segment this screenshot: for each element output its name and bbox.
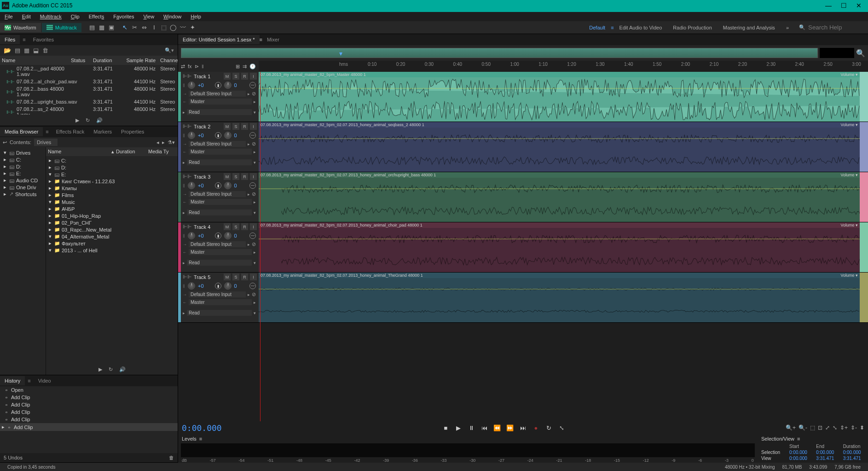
new-multitrack-icon[interactable]: ▦	[24, 47, 29, 54]
tree-node[interactable]: ▸📁Films	[48, 192, 176, 198]
pan-knob[interactable]	[224, 282, 231, 290]
pan-knob[interactable]	[224, 232, 231, 239]
track-i-button[interactable]: I	[250, 223, 257, 230]
tl-snap-icon[interactable]: ⊞	[236, 64, 240, 70]
track-waveform-icon[interactable]: ⊩⊩	[183, 274, 192, 280]
track-r-button[interactable]: R	[241, 223, 248, 230]
chevron-right-icon[interactable]: ▸	[254, 300, 256, 305]
menu-multitrack[interactable]: Multitrack	[35, 12, 66, 21]
view-dur[interactable]: 3:31.471	[843, 456, 864, 461]
monitor-input-icon[interactable]: 〰	[249, 182, 256, 189]
chevron-down-icon[interactable]: ▾	[254, 110, 256, 115]
clip-volume-label[interactable]: Volume ▾	[840, 173, 858, 177]
tree-node[interactable]: ▾📁04_Alternative_Metal	[48, 233, 176, 240]
monitor-input-icon[interactable]: 〰	[249, 132, 256, 139]
automation-expand-icon[interactable]: ▸	[183, 261, 185, 265]
tab-media-browser[interactable]: Media Browser	[0, 127, 43, 136]
col-name[interactable]: Name	[2, 58, 71, 63]
shortcuts-item[interactable]: Shortcuts	[15, 192, 36, 197]
pan-value[interactable]: 0	[234, 183, 237, 188]
track-s-button[interactable]: S	[232, 273, 239, 280]
maximize-button[interactable]: ☐	[841, 2, 847, 9]
mb-nav-right-icon[interactable]: ▸	[162, 140, 165, 145]
history-item[interactable]: ▸▫Add Clip	[0, 423, 178, 431]
minimize-button[interactable]: —	[825, 2, 832, 9]
loop-button[interactable]: ↻	[544, 424, 553, 431]
mixer-tab[interactable]: Mixer	[262, 35, 284, 44]
input-select[interactable]: Default Stereo Input	[189, 141, 246, 147]
track-r-button[interactable]: R	[241, 173, 248, 180]
menu-window[interactable]: Window	[159, 12, 186, 21]
tab-effects-rack[interactable]: Effects Rack	[52, 127, 89, 136]
playhead[interactable]	[260, 72, 260, 421]
history-trash-icon[interactable]: 🗑	[169, 455, 174, 460]
col-rate[interactable]: Sample Rate	[121, 58, 160, 63]
track-name[interactable]: Track 3	[194, 174, 222, 180]
files-loop-icon[interactable]: ↻	[86, 117, 90, 123]
zoom-full-icon[interactable]: ⬚	[810, 424, 815, 431]
expand-icon[interactable]: ▸	[48, 178, 52, 184]
track-s-button[interactable]: S	[232, 73, 239, 80]
tree-node[interactable]: ▸📁Кинг Стивен - 11.22.63	[48, 178, 176, 185]
chevron-down-icon[interactable]: ▾	[254, 261, 256, 265]
history-item[interactable]: ▫Add Clip	[0, 401, 178, 408]
volume-knob[interactable]	[188, 81, 195, 89]
menu-help[interactable]: Help	[186, 12, 206, 21]
chevron-right-icon[interactable]: ▸	[254, 250, 256, 255]
track-waveform-icon[interactable]: ⊩⊩	[183, 224, 192, 230]
chevron-right-icon[interactable]: ▸	[254, 99, 256, 104]
rewind-button[interactable]: ⏪	[493, 424, 501, 431]
play-button[interactable]: ▶	[454, 424, 463, 431]
drive-item[interactable]: ▸🖴D:	[3, 163, 43, 170]
monitor-input-icon[interactable]: 〰	[249, 283, 256, 289]
tab-video[interactable]: Video	[34, 376, 56, 385]
stop-button[interactable]: ■	[441, 424, 450, 431]
tree-node[interactable]: ▸📁Клипы	[48, 185, 176, 192]
selview-menu-icon[interactable]: ≡	[797, 436, 800, 442]
volume-value[interactable]: +0	[198, 283, 204, 289]
mb-contents-dropdown[interactable]: Drives	[34, 139, 58, 146]
track-name[interactable]: Track 4	[194, 224, 222, 230]
overview-zoom-icon[interactable]: 🔍	[856, 49, 865, 58]
workspace-mastering[interactable]: Mastering and Analysis	[718, 23, 781, 32]
pause-button[interactable]: ⏸	[467, 424, 475, 431]
close-button[interactable]: ✕	[856, 2, 862, 9]
track-r-button[interactable]: R	[241, 73, 248, 80]
track-waveform-icon[interactable]: ⊩⊩	[183, 73, 192, 79]
tab-files[interactable]: Files	[0, 35, 20, 44]
tl-send-icon[interactable]: ⊳	[195, 64, 199, 70]
chevron-right-icon[interactable]: ▸	[248, 92, 250, 96]
tree-node[interactable]: ▸🖴C:	[48, 157, 176, 164]
tab-markers[interactable]: Markers	[89, 127, 116, 136]
zoom-v-in-icon[interactable]: ⇕+	[840, 424, 848, 431]
file-row[interactable]: ⊩⊩07.08.2...al_choir_pad.wav3:31.4714410…	[0, 78, 178, 85]
tool-hud-icon[interactable]: ▣	[107, 23, 116, 32]
chevron-down-icon[interactable]: ▾	[254, 311, 256, 315]
tree-node[interactable]: ▸🖴D:	[48, 164, 176, 171]
expand-icon[interactable]: ▸	[48, 185, 52, 191]
tree-node[interactable]: ▾📁2013 - ... of Hell	[48, 247, 176, 254]
menu-clip[interactable]: Clip	[66, 12, 84, 21]
file-row[interactable]: ⊩⊩07.08.2..._pad 48000 1.wav3:31.4714800…	[0, 65, 178, 78]
history-item[interactable]: ▫Add Clip	[0, 416, 178, 423]
drive-item[interactable]: ▸🖴C:	[3, 156, 43, 163]
tree-node[interactable]: ▸📁АЧБР	[48, 205, 176, 212]
trash-icon[interactable]: 🗑	[42, 47, 48, 54]
expand-icon[interactable]: ▸	[48, 192, 52, 198]
track-s-button[interactable]: S	[232, 123, 239, 130]
razor-tool-icon[interactable]: ✂	[131, 23, 139, 32]
track-m-button[interactable]: M	[224, 223, 231, 230]
tool-pitch-icon[interactable]: ▦	[98, 23, 106, 32]
track-s-button[interactable]: S	[232, 173, 239, 180]
input-select[interactable]: Default Stereo Input	[189, 191, 246, 197]
chevron-right-icon[interactable]: ▸	[248, 142, 250, 146]
automation-mode[interactable]: Read	[187, 310, 252, 316]
chevron-right-icon[interactable]: ▸	[254, 200, 256, 204]
col-duration[interactable]: Duration	[93, 58, 121, 63]
mb-autoplay-icon[interactable]: 🔊	[119, 366, 126, 372]
tab-history[interactable]: History	[0, 376, 25, 385]
output-select[interactable]: Master	[189, 149, 252, 155]
workspace-editvideo[interactable]: Edit Audio to Video	[614, 23, 668, 32]
track-name[interactable]: Track 5	[194, 274, 222, 280]
chevron-right-icon[interactable]: ▸	[248, 192, 250, 197]
